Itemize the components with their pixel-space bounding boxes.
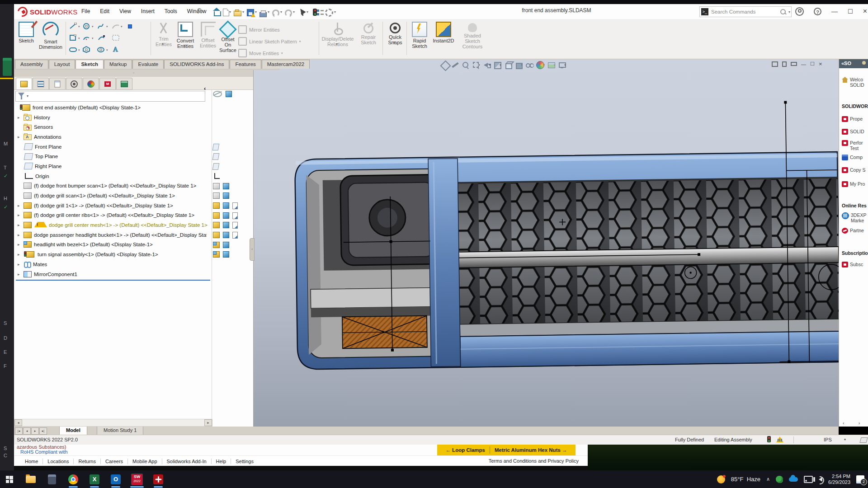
display-pane-icon[interactable] bbox=[232, 202, 238, 209]
tab-dimxpert[interactable] bbox=[66, 78, 82, 90]
terms-link[interactable]: Terms and Conditions and Privacy Policy bbox=[489, 456, 579, 466]
menu-item[interactable]: Insert bbox=[136, 8, 160, 14]
dropdown-caret-icon[interactable]: ▾ bbox=[307, 10, 308, 14]
calculator-icon[interactable] bbox=[46, 474, 58, 485]
scroll-left-arrow[interactable]: ◂ bbox=[14, 419, 22, 426]
display-pane-icon[interactable] bbox=[232, 212, 238, 219]
arc-3pt-tool-icon[interactable] bbox=[83, 34, 90, 41]
display-mode-column-icon[interactable] bbox=[226, 91, 232, 97]
quick-snaps-button[interactable]: Quick Snaps▾ bbox=[385, 21, 406, 45]
qat-button[interactable]: ▾ bbox=[234, 9, 245, 14]
file-explorer-icon[interactable] bbox=[25, 474, 37, 485]
display-pane-icon[interactable] bbox=[213, 202, 220, 209]
tab-property-manager[interactable] bbox=[33, 78, 49, 90]
polygon-tool-icon[interactable] bbox=[83, 46, 90, 53]
taskbar-clock[interactable]: 2:54 PM 6/29/2023 bbox=[828, 474, 850, 485]
tree-row[interactable]: ▸ front end assembly (Default) <Display … bbox=[14, 103, 253, 113]
tab-cam-tree[interactable] bbox=[116, 78, 132, 90]
expand-arrow-icon[interactable]: ▸ bbox=[18, 242, 20, 247]
task-pane-scroll-arrows[interactable]: ‹ › bbox=[843, 420, 866, 426]
dropdown-caret-icon[interactable]: ▾ bbox=[229, 10, 231, 14]
cast-icon[interactable] bbox=[804, 476, 813, 483]
task-pane-item[interactable]: PerforTest bbox=[842, 140, 868, 151]
search-caret-icon[interactable]: ▾ bbox=[788, 10, 790, 14]
webpage-link-fragment[interactable]: RoHS Compliant with bbox=[20, 449, 68, 455]
qat-button[interactable]: ▾ bbox=[272, 8, 283, 15]
display-pane-icon[interactable] bbox=[223, 242, 229, 248]
task-pane-item[interactable]: Partne bbox=[842, 228, 868, 234]
tree-row[interactable]: ▸ dodge passenger headlight bucket<1> ->… bbox=[14, 230, 253, 240]
expand-arrow-icon[interactable]: ▸ bbox=[18, 213, 20, 217]
excel-icon[interactable]: X bbox=[89, 474, 100, 485]
arc-tool-icon[interactable] bbox=[112, 23, 119, 29]
sketch-button[interactable]: Sketch▾ bbox=[16, 21, 37, 43]
task-pane-item[interactable]: Copy S bbox=[842, 167, 868, 173]
scroll-right-arrow[interactable]: ▸ bbox=[204, 419, 212, 426]
display-pane-icon[interactable] bbox=[213, 242, 220, 248]
slack-icon[interactable] bbox=[152, 474, 164, 485]
dropdown-caret-icon[interactable]: ▾ bbox=[334, 10, 336, 14]
qat-icon[interactable] bbox=[285, 9, 292, 17]
qat-icon[interactable] bbox=[317, 9, 323, 16]
command-tab[interactable]: Markup bbox=[104, 60, 132, 69]
task-pane-item[interactable]: My Pro bbox=[842, 181, 868, 187]
instant2d-button[interactable]: Instant2D bbox=[431, 21, 456, 43]
tray-expand-icon[interactable]: ∧ bbox=[766, 476, 770, 482]
footer-link[interactable]: Returns bbox=[74, 459, 101, 464]
onedrive-icon[interactable] bbox=[789, 477, 798, 482]
footer-link[interactable]: Help bbox=[212, 459, 231, 464]
display-pane-icon[interactable] bbox=[212, 144, 220, 150]
display-pane-icon[interactable] bbox=[223, 192, 229, 199]
expand-arrow-icon[interactable]: ▸ bbox=[18, 233, 20, 237]
display-pane-icon[interactable] bbox=[213, 212, 220, 219]
footer-link[interactable]: Mobile App bbox=[128, 459, 162, 464]
panel-collapse-handle[interactable]: ‹ bbox=[250, 238, 255, 261]
tree-row[interactable]: ▸ dodge grill center mesh<1> -> (Default… bbox=[14, 220, 253, 230]
qat-button[interactable]: ▾ bbox=[213, 9, 220, 14]
dropdown-caret-icon[interactable]: ▾ bbox=[280, 10, 282, 14]
task-pane-item[interactable]: Comp bbox=[842, 155, 868, 160]
task-pane-item[interactable]: 3DEXPMarke bbox=[842, 212, 868, 223]
display-pane-icon[interactable] bbox=[213, 222, 220, 228]
line-tool-icon[interactable] bbox=[69, 23, 77, 29]
footer-link[interactable]: Solidworks Add-In bbox=[162, 459, 212, 464]
expand-arrow-icon[interactable]: ▸ bbox=[18, 262, 20, 267]
tree-row[interactable]: ▸ Top Plane bbox=[14, 151, 253, 161]
sketch-point-icon[interactable] bbox=[128, 24, 132, 28]
hide-show-column-icon[interactable] bbox=[213, 91, 222, 97]
tree-row[interactable]: ▸ Mates bbox=[14, 259, 253, 269]
tree-row[interactable]: ▸ Origin bbox=[14, 171, 253, 181]
qat-button[interactable]: ▾ bbox=[325, 8, 337, 16]
rollback-bar[interactable] bbox=[16, 280, 210, 281]
convert-entities-button[interactable]: Convert Entities▾ bbox=[175, 21, 196, 49]
tab-motion-study[interactable]: Motion Study 1 bbox=[97, 427, 143, 435]
qat-icon[interactable] bbox=[234, 11, 241, 16]
tree-row[interactable]: ▸ turn signal assembly<1> (Default) <Dis… bbox=[14, 249, 253, 259]
display-pane-icon[interactable] bbox=[232, 232, 238, 239]
expand-arrow-icon[interactable]: ▸ bbox=[18, 115, 20, 120]
pin-menu-icon[interactable] bbox=[195, 8, 201, 14]
tag-icon[interactable] bbox=[859, 437, 868, 443]
task-pane-item[interactable]: Subscriptio bbox=[842, 250, 868, 256]
qat-icon[interactable] bbox=[259, 12, 267, 17]
tree-row[interactable]: ▸ Right Plane bbox=[14, 161, 253, 171]
footer-link[interactable]: Settings bbox=[231, 459, 258, 464]
select-region-icon[interactable] bbox=[112, 34, 119, 41]
command-tab[interactable]: Assembly bbox=[15, 60, 48, 69]
display-pane-icon[interactable] bbox=[223, 183, 229, 189]
volume-icon[interactable] bbox=[819, 477, 822, 482]
tree-row[interactable]: ▸ Front Plane bbox=[14, 142, 253, 152]
display-pane-icon[interactable] bbox=[212, 153, 220, 160]
tree-row[interactable]: ▸ Annotations bbox=[14, 132, 253, 142]
tree-row[interactable]: ▸ headlight with bezel<1> (Default) <Dis… bbox=[14, 240, 253, 250]
tree-row[interactable]: ▸ (f) dodge grill scan<1> (Default) <<De… bbox=[14, 191, 253, 201]
help-icon[interactable]: ? bbox=[814, 8, 821, 15]
display-pane-icon[interactable] bbox=[213, 183, 220, 189]
account-icon[interactable] bbox=[795, 7, 804, 16]
qat-button[interactable]: ▾ bbox=[311, 8, 315, 15]
solidworks-taskbar-icon[interactable]: SW2022 bbox=[131, 474, 143, 485]
display-pane-icon[interactable] bbox=[223, 232, 229, 238]
tab-nav-button[interactable]: ▸ bbox=[31, 427, 39, 435]
display-pane-icon[interactable] bbox=[212, 163, 220, 170]
tree-filter-box[interactable]: ▾ bbox=[15, 91, 205, 102]
